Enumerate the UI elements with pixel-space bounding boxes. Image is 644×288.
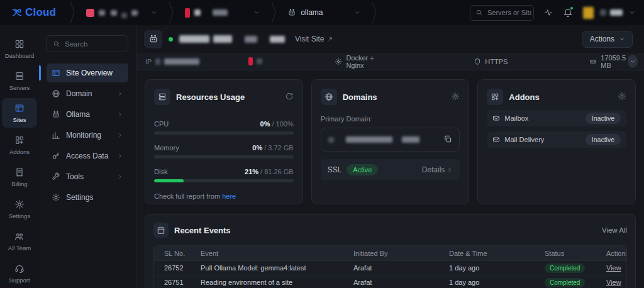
view-link[interactable]: View	[606, 279, 626, 286]
sidebar-item-sites[interactable]: Sites	[2, 98, 37, 128]
disk-size-value: 17059.5 MB	[601, 54, 627, 69]
team-selector[interactable]	[80, 0, 164, 25]
docker-stack-icon	[335, 58, 342, 65]
wrench-icon	[52, 172, 60, 181]
domain-settings-button[interactable]	[451, 92, 460, 102]
menu-item-site-overview[interactable]: Site Overview	[47, 64, 128, 82]
ssl-details-link[interactable]: Details	[422, 165, 453, 174]
view-all-link[interactable]: View All	[602, 226, 627, 234]
addon-row-mail-delivery[interactable]: Mail Delivery Inactive	[487, 131, 626, 148]
redacted-ip	[164, 58, 199, 65]
user-menu[interactable]	[583, 7, 635, 19]
addons-settings-button[interactable]	[618, 92, 626, 102]
chevron-right-icon	[447, 167, 453, 173]
events-chip	[153, 223, 169, 238]
sites-icon	[14, 103, 25, 113]
chevron-down-icon	[151, 9, 157, 16]
site-info-bar: IP Docker + Nginx HTTPS	[136, 53, 644, 70]
server-badge[interactable]	[248, 57, 262, 65]
activity-button[interactable]	[544, 8, 553, 17]
ip-label: IP	[145, 58, 152, 65]
menu-item-monitoring[interactable]: Monitoring	[47, 126, 128, 145]
sidebar-item-all-team[interactable]: All Team	[2, 226, 37, 256]
ssl-status-badge: Active	[347, 164, 378, 175]
cpu-value: 0%	[260, 120, 270, 128]
actions-button[interactable]: Actions	[582, 31, 633, 48]
full-report-link[interactable]: here	[222, 192, 236, 200]
user-avatar	[583, 7, 594, 19]
menu-item-domain[interactable]: Domain	[47, 84, 128, 103]
global-search[interactable]	[470, 5, 534, 21]
details-label: Details	[422, 165, 445, 174]
resources-usage-card: Resources Usage CPU 0% / 100%	[145, 79, 303, 204]
site-status-dot	[169, 37, 173, 42]
chevron-down-icon	[619, 36, 625, 42]
card-title: Recent Events	[174, 226, 231, 235]
xcloud-logo[interactable]: Cloud	[11, 6, 56, 19]
sidebar-item-servers[interactable]: Servers	[2, 66, 37, 96]
redacted-server-name	[194, 9, 201, 16]
actions-label: Actions	[590, 35, 614, 43]
sidebar-item-settings[interactable]: Settings	[2, 194, 37, 224]
gear-icon	[52, 193, 60, 202]
report-footer: Check full report from here	[154, 192, 294, 200]
chevron-right-icon	[117, 132, 123, 138]
disk-label: Disk	[154, 168, 167, 175]
global-search-input[interactable]	[487, 9, 531, 16]
view-link[interactable]: View	[606, 264, 626, 272]
visit-site-link[interactable]: Visit Site	[295, 35, 333, 43]
server-rack-icon	[158, 92, 167, 101]
event-name: Reading environment of a site	[201, 279, 353, 286]
breadcrumb-separator	[372, 0, 377, 25]
search-icon	[475, 9, 483, 16]
disk-progress-bar	[154, 179, 294, 182]
site-menu-search[interactable]	[47, 35, 128, 52]
memory-progress-bar	[154, 155, 294, 158]
event-initiator: Arafat	[353, 279, 449, 286]
primary-domain-field[interactable]	[321, 128, 460, 152]
key-icon	[52, 152, 60, 160]
chevron-down-icon	[354, 9, 360, 16]
sidebar-item-dashboard[interactable]: Dashboard	[2, 34, 37, 64]
top-navigation-bar: Cloud ollama	[0, 0, 644, 25]
col-date-time: Date & Time	[449, 250, 545, 257]
site-menu-sidebar: Site Overview Domain Ollama Monitoring A…	[39, 25, 136, 288]
breadcrumb-separator	[169, 0, 174, 25]
disk-total: / 81.26 GB	[260, 168, 294, 175]
chevron-right-icon	[117, 174, 123, 180]
breadcrumb-separator	[70, 0, 75, 25]
menu-item-label: Ollama	[66, 110, 90, 119]
refresh-button[interactable]	[285, 92, 294, 102]
info-bar-expand-button[interactable]	[628, 55, 638, 68]
col-event: Event	[201, 250, 353, 257]
sidebar-item-label: Settings	[9, 213, 30, 219]
stack-label: Docker + Nginx	[346, 54, 380, 69]
gear-icon	[14, 199, 25, 209]
notifications-button[interactable]	[563, 8, 573, 18]
addon-status-badge: Inactive	[586, 113, 621, 124]
event-name: Pull Ollama Model: gemma4:latest	[201, 264, 353, 272]
menu-item-settings[interactable]: Settings	[47, 188, 128, 207]
menu-item-access-data[interactable]: Access Data	[47, 147, 128, 165]
sidebar-item-support[interactable]: Support	[2, 258, 37, 288]
chevron-right-icon	[117, 91, 123, 97]
server-selector[interactable]	[179, 0, 266, 25]
addon-row-mailbox[interactable]: Mailbox Inactive	[487, 110, 626, 126]
sidebar-item-label: Sites	[13, 116, 26, 123]
site-overview-icon	[52, 69, 60, 77]
menu-item-ollama[interactable]: Ollama	[47, 105, 128, 124]
card-title: Domains	[343, 92, 377, 102]
sidebar-item-addons[interactable]: Addons	[2, 130, 37, 160]
headset-icon	[14, 263, 25, 274]
chevron-down-icon	[253, 9, 260, 16]
sidebar-item-billing[interactable]: Billing	[2, 162, 37, 192]
addons-card: Addons Mailbox Inactive Mail	[477, 79, 636, 204]
site-selector[interactable]: ollama	[281, 0, 366, 25]
redacted-team-name	[121, 13, 127, 18]
copy-domain-button[interactable]	[443, 135, 452, 145]
redacted-team-name	[131, 10, 138, 16]
site-menu-search-input[interactable]	[65, 40, 118, 48]
menu-item-tools[interactable]: Tools	[47, 167, 128, 186]
domains-chip	[321, 89, 337, 105]
addons-icon	[14, 135, 25, 145]
